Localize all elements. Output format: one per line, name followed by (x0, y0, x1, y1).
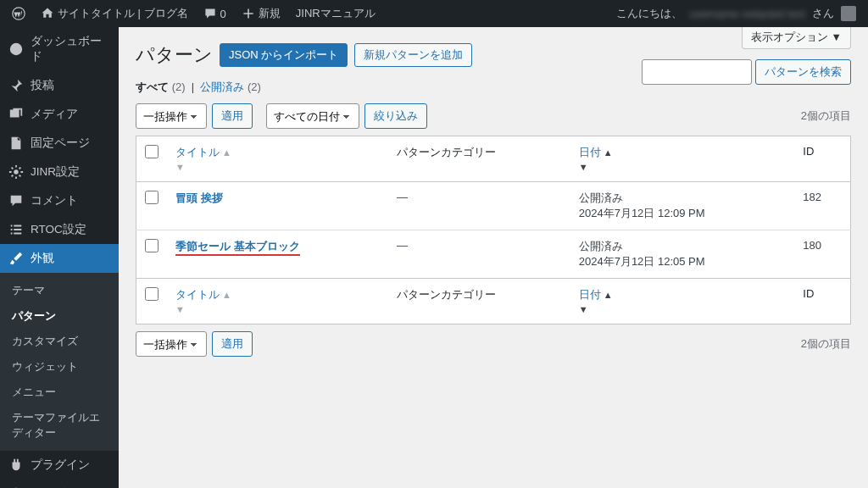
bulk-action-select[interactable]: 一括操作 (136, 103, 207, 129)
new-link[interactable]: 新規 (236, 6, 286, 21)
manual-link[interactable]: JINRマニュアル (291, 6, 381, 21)
search-input[interactable] (642, 59, 752, 85)
site-title-text: サイトタイトル | ブログ名 (58, 6, 188, 21)
add-pattern-button[interactable]: 新規パターンを追加 (354, 43, 472, 67)
filter-button[interactable]: 絞り込み (364, 103, 427, 129)
admin-sidebar: ダッシュボード 投稿 メディア 固定ページ JINR設定 コメント RTOC設定… (0, 27, 119, 488)
submenu-widgets[interactable]: ウィジェット (0, 354, 119, 380)
screen-options-button[interactable]: 表示オプション ▼ (742, 27, 851, 49)
page-title: パターン (136, 42, 213, 68)
new-text: 新規 (259, 6, 281, 21)
search-button[interactable]: パターンを検索 (755, 59, 851, 85)
col-title[interactable]: タイトル▲▼ (167, 136, 388, 182)
row-checkbox[interactable] (145, 239, 159, 252)
col-id: ID (794, 136, 850, 182)
sidebar-item-media[interactable]: メディア (0, 100, 119, 129)
media-icon (8, 107, 24, 122)
main-content: 表示オプション ▼ パターン JSON からインポート 新規パターンを追加 パタ… (119, 27, 868, 488)
patterns-table: タイトル▲▼ パターンカテゴリー 日付▲▼ ID 冒頭 挨拶 — 公開済み202… (136, 136, 851, 324)
plugin-icon (8, 458, 24, 473)
row-date: 公開済み2024年7月12日 12:09 PM (570, 182, 795, 230)
dashboard-icon (8, 42, 24, 57)
filter-all[interactable]: すべて (2) (136, 80, 186, 93)
submenu-menus[interactable]: メニュー (0, 380, 119, 405)
sidebar-item-appearance[interactable]: 外観 (0, 244, 119, 273)
col-id: ID (794, 279, 850, 324)
items-count-bottom: 2個の項目 (801, 336, 851, 352)
import-json-button[interactable]: JSON からインポート (220, 43, 348, 67)
col-date[interactable]: 日付▲▼ (570, 136, 795, 182)
row-title-link[interactable]: 季節セール 基本ブロック (175, 240, 300, 256)
submenu-patterns[interactable]: パターン (0, 303, 119, 329)
svg-point-1 (14, 169, 18, 174)
col-category: パターンカテゴリー (388, 136, 570, 182)
sidebar-item-dashboard[interactable]: ダッシュボード (0, 27, 119, 71)
gear-icon (8, 164, 24, 180)
col-category: パターンカテゴリー (388, 279, 570, 324)
submenu-themes[interactable]: テーマ (0, 278, 119, 303)
row-category: — (388, 182, 570, 230)
date-filter-select[interactable]: すべての日付 (266, 103, 359, 129)
sidebar-item-rtoc[interactable]: RTOC設定 (0, 215, 119, 244)
table-row: 冒頭 挨拶 — 公開済み2024年7月12日 12:09 PM 182 (136, 182, 851, 230)
table-row: 季節セール 基本ブロック — 公開済み2024年7月12日 12:05 PM 1… (136, 230, 851, 279)
sidebar-item-users[interactable]: ユーザー (0, 480, 119, 488)
wp-logo[interactable] (7, 7, 31, 20)
sidebar-item-comments[interactable]: コメント (0, 186, 119, 215)
select-all-checkbox[interactable] (145, 145, 159, 158)
row-category: — (388, 230, 570, 279)
row-title-link[interactable]: 冒頭 挨拶 (175, 191, 223, 204)
wordpress-icon (12, 7, 25, 20)
row-id: 180 (794, 230, 850, 279)
bulk-action-select-bottom[interactable]: 一括操作 (136, 331, 207, 357)
items-count-top: 2個の項目 (801, 108, 851, 124)
sidebar-item-posts[interactable]: 投稿 (0, 71, 119, 100)
row-id: 182 (794, 182, 850, 230)
list-icon (8, 222, 24, 237)
page-icon (8, 136, 24, 151)
col-title[interactable]: タイトル▲▼ (167, 279, 388, 324)
admin-toolbar: サイトタイトル | ブログ名 0 新規 JINRマニュアル こんにちは、user… (0, 0, 868, 27)
comments-count: 0 (220, 8, 226, 20)
avatar (841, 6, 856, 21)
col-date[interactable]: 日付▲▼ (570, 279, 795, 324)
comments-link[interactable]: 0 (198, 7, 231, 20)
apply-button[interactable]: 適用 (212, 103, 253, 129)
appearance-submenu: テーマ パターン カスタマイズ ウィジェット メニュー テーマファイルエディター (0, 273, 119, 451)
submenu-theme-editor[interactable]: テーマファイルエディター (0, 405, 119, 446)
filter-published[interactable]: 公開済み (200, 80, 244, 93)
greeting[interactable]: こんにちは、username redacted textさん (611, 6, 861, 21)
sidebar-item-pages[interactable]: 固定ページ (0, 129, 119, 158)
row-checkbox[interactable] (145, 191, 159, 204)
row-date: 公開済み2024年7月12日 12:05 PM (570, 230, 795, 279)
sidebar-item-plugins[interactable]: プラグイン (0, 451, 119, 480)
pin-icon (8, 78, 24, 93)
apply-button-bottom[interactable]: 適用 (212, 331, 253, 357)
brush-icon (8, 251, 24, 266)
sidebar-item-jinr[interactable]: JINR設定 (0, 158, 119, 186)
submenu-customize[interactable]: カスタマイズ (0, 329, 119, 354)
comment-icon (203, 7, 217, 20)
select-all-checkbox-bottom[interactable] (145, 287, 159, 301)
home-icon (41, 7, 54, 20)
plus-icon (242, 7, 255, 20)
comment-icon (8, 193, 24, 208)
site-link[interactable]: サイトタイトル | ブログ名 (36, 6, 193, 21)
